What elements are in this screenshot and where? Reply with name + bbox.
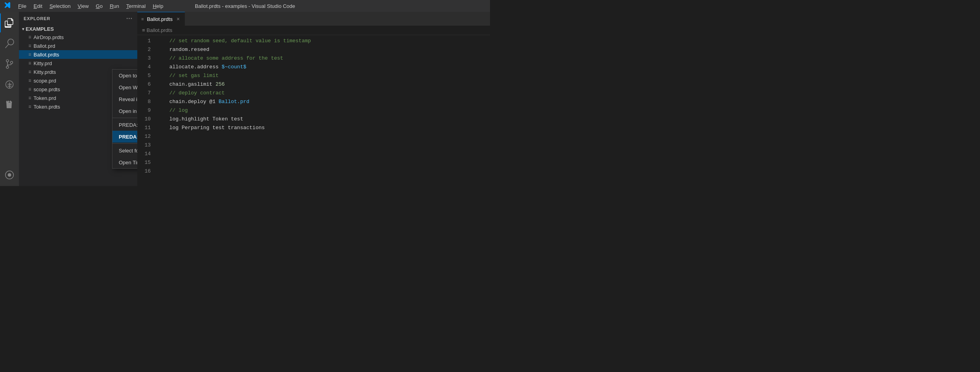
activity-extensions[interactable] [0, 96, 19, 115]
sidebar: EXPLORER ··· ▾ EXAMPLES ≡ AirDrop.prdts … [19, 12, 137, 186]
file-icon: ≡ [28, 69, 31, 75]
file-name: Ballot.prdts [34, 52, 59, 58]
section-title: EXAMPLES [26, 26, 54, 32]
ctx-label: PREDA: Run [119, 122, 137, 128]
sidebar-header: EXPLORER ··· [19, 12, 137, 25]
ctx-label: Open Timeline [119, 160, 137, 165]
tab-bar: ≡ Ballot.prdts × [137, 12, 490, 26]
menu-help[interactable]: Help [150, 2, 166, 10]
file-icon: ≡ [28, 43, 31, 49]
file-item-airdrop[interactable]: ≡ AirDrop.prdts [19, 33, 137, 41]
menu-view[interactable]: View [75, 2, 92, 10]
ctx-divider-1 [112, 118, 137, 118]
code-line-13: // log [157, 106, 490, 115]
code-line-4: // allocate some address for the test [157, 54, 490, 63]
ctx-open-side[interactable]: Open to the Side Ctrl+Enter [112, 70, 137, 81]
activity-remote[interactable] [0, 165, 19, 184]
file-icon: ≡ [28, 78, 31, 83]
ctx-open-terminal[interactable]: Open in Integrated Terminal [112, 105, 137, 117]
menu-go[interactable]: Go [93, 2, 106, 10]
title-bar: File Edit Selection View Go Run Terminal… [0, 0, 490, 12]
code-line-11: chain.deploy @1 Ballot.prd [157, 98, 490, 106]
file-name: Kitty.prdts [34, 69, 56, 75]
file-name: scope.prd [34, 78, 56, 84]
tab-name: Ballot.prdts [147, 16, 172, 22]
activity-search[interactable] [0, 34, 19, 53]
chevron-down-icon: ▾ [22, 27, 24, 31]
breadcrumb: ≡ Ballot.prdts [137, 26, 490, 35]
ctx-label: Open With... [119, 85, 137, 90]
menu-terminal[interactable]: Terminal [123, 2, 149, 10]
file-icon: ≡ [28, 34, 31, 40]
activity-bar [0, 12, 19, 186]
file-item-kitty-prd[interactable]: ≡ Kitty.prd [19, 59, 137, 68]
code-line-1: // set random seed, default value is tim… [157, 37, 490, 45]
code-line-2: random.reseed [157, 45, 490, 54]
ctx-label: Open in Integrated Terminal [119, 108, 137, 114]
code-editor[interactable]: 1 2 3 4 5 6 7 8 9 10 11 12 13 14 15 16 /… [137, 35, 490, 186]
editor-area: ≡ Ballot.prdts × ≡ Ballot.prdts 1 2 3 4 … [137, 12, 490, 186]
code-line-7: // set gas limit [157, 71, 490, 80]
ctx-label: Reveal in File Explorer [119, 96, 137, 102]
menu-run[interactable]: Run [107, 2, 122, 10]
file-name: scope.prdts [34, 86, 60, 92]
code-line-10: // deploy contract [157, 89, 490, 98]
activity-source-control[interactable] [0, 54, 19, 73]
file-icon: ≡ [28, 60, 31, 66]
ctx-preda-set-args[interactable]: PREDA: Set Args Ctrl+6 [112, 131, 137, 143]
file-name: Ballot.prd [34, 43, 55, 49]
file-item-ballot-prdts[interactable]: ≡ Ballot.prdts [19, 50, 137, 59]
file-name: Kitty.prd [34, 60, 52, 66]
context-menu: Open to the Side Ctrl+Enter Open With...… [112, 69, 137, 169]
ctx-open-with[interactable]: Open With... [112, 81, 137, 93]
file-icon: ≡ [28, 86, 31, 92]
tab-close-button[interactable]: × [176, 15, 180, 23]
ctx-select-compare[interactable]: Select for Compare [112, 145, 137, 156]
menu-file[interactable]: File [15, 2, 30, 10]
sidebar-title: EXPLORER [24, 16, 50, 21]
sidebar-more-button[interactable]: ··· [126, 15, 133, 22]
ctx-label: Open to the Side [119, 73, 137, 79]
code-content: // set random seed, default value is tim… [157, 35, 490, 186]
menu-edit[interactable]: Edit [30, 2, 45, 10]
vscode-logo [4, 2, 11, 10]
main-layout: EXPLORER ··· ▾ EXAMPLES ≡ AirDrop.prdts … [0, 12, 490, 186]
activity-explorer[interactable] [0, 13, 19, 32]
file-icon: ≡ [28, 104, 31, 109]
tab-file-icon: ≡ [141, 17, 144, 21]
code-line-14: log.highlight Token test [157, 115, 490, 124]
tab-ballot-prdts[interactable]: ≡ Ballot.prdts × [137, 12, 185, 26]
code-line-15: log Perparing test transactions [157, 124, 490, 132]
file-icon: ≡ [28, 52, 31, 57]
ctx-label: Select for Compare [119, 148, 137, 154]
examples-section-header[interactable]: ▾ EXAMPLES [19, 25, 137, 33]
activity-run-debug[interactable] [0, 75, 19, 94]
ctx-open-timeline[interactable]: Open Timeline [112, 156, 137, 168]
window-title: Ballot.prdts - examples - Visual Studio … [195, 3, 295, 9]
breadcrumb-path: Ballot.prdts [147, 27, 172, 33]
code-line-5: allocate.address $~count$ [157, 63, 490, 71]
file-icon: ≡ [28, 95, 31, 101]
menu-selection[interactable]: Selection [46, 2, 73, 10]
file-item-ballot-prd[interactable]: ≡ Ballot.prd [19, 41, 137, 50]
file-name: AirDrop.prdts [34, 34, 64, 40]
ctx-divider-2 [112, 143, 137, 144]
breadcrumb-icon: ≡ [142, 27, 145, 33]
menu-bar: File Edit Selection View Go Run Terminal… [15, 2, 166, 10]
ctx-label: PREDA: Set Args [119, 134, 137, 140]
ctx-reveal-explorer[interactable]: Reveal in File Explorer Shift+Alt+R [112, 93, 137, 105]
file-name: Token.prdts [34, 104, 60, 110]
ctx-preda-run[interactable]: PREDA: Run Ctrl+5 [112, 119, 137, 131]
file-name: Token.prd [34, 95, 56, 101]
line-numbers: 1 2 3 4 5 6 7 8 9 10 11 12 13 14 15 16 [137, 35, 157, 186]
code-line-8: chain.gaslimit 256 [157, 80, 490, 89]
